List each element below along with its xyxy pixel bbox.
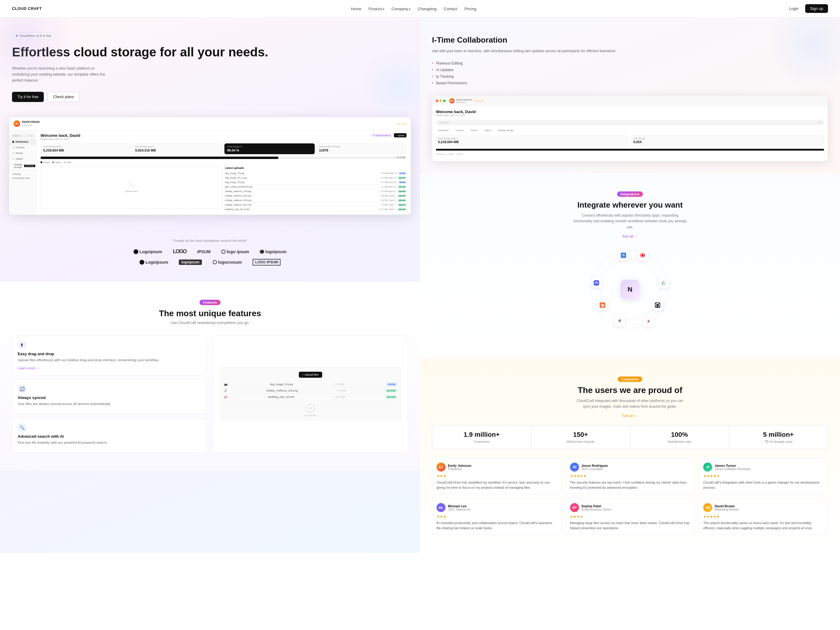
dash-header: DK David Kálmán Free user 4.8 / 1.1k	[9, 117, 411, 130]
stat-storage: 5 million+ TB of storage used	[729, 425, 828, 449]
stat-used-storage: Used storage space 5,218,564 MB	[41, 144, 131, 154]
dpc-stat-used-label: Used storage space	[438, 137, 627, 139]
knowledge-link[interactable]: Knowledge base	[12, 177, 33, 179]
legend-other: Other	[63, 161, 72, 164]
reviewer-avatar-sophia: SP	[570, 503, 579, 512]
feature-icon-sync: 🔄	[18, 385, 26, 393]
dash-body: Search ⌘K Dashboard Courses Photos	[9, 130, 411, 215]
dash-welcome-text: Welcome back, David Wednesday, Sept 13, …	[41, 133, 81, 141]
stat-used-label: Used storage space	[43, 145, 128, 148]
reviewer-text-michael: It's boosted productivity and collaborat…	[436, 521, 557, 531]
stat-customers-val: 1.9 million+	[437, 431, 526, 439]
upload-row: holiday_mallorca_523.png 5.2 MB Sept 8 s…	[225, 198, 406, 202]
reviewer-info-sophia: Sophia Patel Small Business Owner	[581, 504, 612, 511]
int-center-icon: N	[621, 280, 639, 299]
customers-see-all[interactable]: See all →	[622, 414, 638, 418]
stat-free-label: Free storage space	[135, 145, 220, 148]
dash-welcome-date: Wednesday, Sept 13, 2024	[41, 138, 81, 141]
upload-status: synced	[398, 190, 406, 193]
dpc-welcome-title: Welcome back, David	[436, 109, 476, 114]
stat-brands-lbl: Well-known brands	[536, 440, 625, 444]
reviewer-role-michael: CEO, Startup Inc.	[448, 508, 471, 511]
logo-logocresum: logocresum	[213, 260, 242, 265]
svg-rect-8	[617, 319, 622, 324]
legend-photos: Photos	[41, 161, 50, 164]
integrations-desc: Connect effortlessly with popular third-…	[573, 213, 687, 230]
customers-title: The users we are proud of	[432, 385, 828, 395]
optimize-ai-button[interactable]: ✦ Optimize with AI	[371, 133, 392, 137]
dpc-stats-row: Used storage space 5,218,564 MB Free sto…	[436, 135, 824, 146]
dash-welcome-title: Welcome back, David	[41, 133, 81, 138]
preview-upload-btn[interactable]: ↑ Upload files	[299, 372, 322, 378]
reviewer-stars-emily: ★★★	[436, 474, 557, 478]
nav-item-pricing[interactable]: Pricing	[464, 6, 477, 11]
features-title: The most unique features	[12, 309, 408, 318]
stat-satisfaction: 100% Satisfaction rate	[630, 425, 729, 449]
dpc-welcome-date: Wednesday, Sept 13, 2024	[436, 114, 476, 117]
try-free-button[interactable]: Try it for free	[12, 92, 44, 102]
reviewer-text-david: The search functionality saves us hours …	[703, 521, 824, 531]
dpc-search-shortcut: ⌘K	[818, 122, 821, 124]
review-card-sophia: SP Sophia Patel Small Business Owner ★★★…	[565, 499, 695, 535]
nav-dot	[12, 158, 14, 160]
feature-link-drag[interactable]: Learn more →	[18, 366, 40, 370]
int-icon-slack	[658, 278, 669, 288]
live-badge-text: CloudNine v2.8 is live	[19, 34, 51, 38]
upload-area[interactable]: + Upload files	[41, 166, 222, 208]
nav-item-product[interactable]: Product	[368, 6, 384, 11]
nav-item-company[interactable]: Company	[392, 6, 411, 11]
reviewer-stars-michael: ★★★	[436, 515, 557, 519]
collab-desc: rate with your team in real-time, with s…	[432, 48, 828, 54]
settings-link[interactable]: Settings	[12, 173, 33, 175]
upload-button[interactable]: ↑ Upload	[394, 133, 406, 137]
nav-item-contact[interactable]: Contact	[444, 6, 457, 11]
logo-plus-ipsum: logo ipsum	[221, 249, 249, 254]
login-button[interactable]: Login	[785, 5, 802, 13]
dpc-nav-videos: Videos	[482, 128, 493, 132]
dash-sidebar-bottom: Settings Knowledge base	[9, 170, 36, 182]
dpc-min-dot	[439, 99, 442, 102]
upload-status: synced	[398, 177, 406, 179]
hero-buttons: Try it for free Check plans	[12, 92, 408, 102]
feature-name-sync: Always synced	[18, 395, 201, 400]
collab-title: I-Time Collaboration	[432, 35, 828, 45]
reviewer-stars-jason: ★★★★★	[570, 474, 690, 478]
feature-drag-drop: ⬆ Easy drag and drop Upload files effort…	[12, 336, 207, 375]
dpc-stat-free-label: Free storage	[633, 137, 822, 139]
hero-title: Effortless cloud storage for all your ne…	[12, 45, 408, 59]
reviewer-stars-david: ★★★★★	[703, 515, 824, 519]
feature-desc-ai: Find any file instantly with our powerfu…	[18, 440, 201, 445]
live-dot	[16, 35, 18, 36]
reviewer-role-david: Marketing Director	[715, 508, 739, 511]
stat-storage-val: 5 million+	[734, 431, 823, 439]
nav-item-manage-storage[interactable]: Manage storage UPGRADE	[9, 162, 36, 170]
stat-free-storage: Free storage space 0,024,316 MB	[133, 144, 223, 154]
nav-item-photos[interactable]: Photos	[9, 150, 36, 156]
dpc-user: David Kálmán Free user	[456, 98, 472, 103]
feature-desc-drag: Upload files effortlessly with our intui…	[18, 358, 201, 363]
stat-assets-label: Total number of assets	[319, 145, 404, 148]
stat-satisfaction-val: 100%	[635, 431, 724, 439]
dpc-nav-photos: Photos	[468, 128, 480, 132]
upload-prompt: Upload files	[125, 190, 138, 193]
nav-item-home[interactable]: Home	[351, 6, 362, 11]
collab-feature-4: Based Permissions	[432, 80, 828, 87]
nav-item-changelog[interactable]: Changelog	[418, 6, 436, 11]
trusted-section: Trusted by the best companies around the…	[0, 227, 420, 282]
nav-item-courses[interactable]: Courses	[9, 145, 36, 150]
check-plans-button[interactable]: Check plans	[47, 92, 79, 102]
collab-features: Raneous Editing nt Updates ty Tracking B…	[432, 60, 828, 87]
int-icon-figma	[643, 316, 654, 327]
nav-item-dashboard[interactable]: Dashboard	[9, 139, 36, 145]
dpc-max-dot	[443, 99, 445, 102]
nav-item-videos[interactable]: Videos	[9, 156, 36, 162]
integrations-see-all[interactable]: See all →	[622, 234, 638, 238]
dash-search[interactable]: Search ⌘K	[11, 134, 34, 138]
signup-button[interactable]: Sign up	[805, 4, 828, 13]
upload-status: synced	[398, 185, 406, 188]
review-card-james: JT James Turner Senior Software Develope…	[699, 458, 828, 494]
dpc-search[interactable]: Q Search ⌘K	[436, 120, 824, 125]
feature-desc-sync: Your files are always synced across all …	[18, 401, 201, 406]
collab-feature-3: ty Tracking	[432, 73, 828, 80]
feature-preview-inner: ↑ Upload files 📷 dog_image_25.png 5.9 MB…	[213, 361, 408, 428]
